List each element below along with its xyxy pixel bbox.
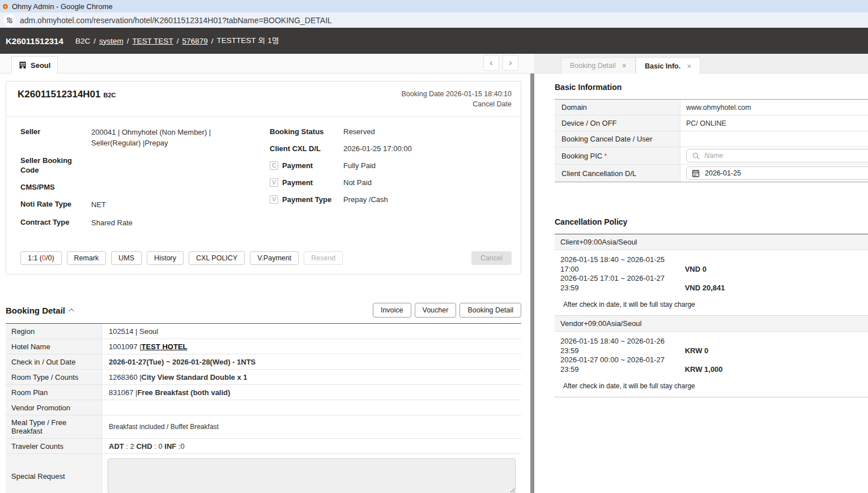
row-value: 2026-01-27(Tue) ~ 2026-01-28(Wed) - 1NTS: [102, 354, 521, 369]
scrollbar-thumb[interactable]: [530, 74, 534, 493]
hotel-name-link[interactable]: TEST HOTEL: [142, 342, 188, 351]
row-label: Booking PIC*: [555, 147, 680, 164]
remark-button[interactable]: Remark: [67, 251, 107, 265]
row-value: 831067 | Free Breakfast (both valid): [102, 385, 521, 400]
row-label: Meal Type / Free Breakfast: [6, 415, 102, 438]
tab-seoul[interactable]: Seoul: [11, 56, 58, 74]
field-label: VPayment Type: [270, 195, 343, 204]
field-label: VPayment: [270, 178, 343, 187]
booking-card-header: K26011512314H01B2C Booking Date 2026-01-…: [6, 82, 521, 117]
policy-range: 2026-01-15 18:40 ~ 2026-01-25 17:00: [560, 255, 683, 274]
field-value: 200041 | Ohmyhotel (Non Member) | Seller…: [91, 127, 261, 148]
required-asterisk: *: [604, 152, 607, 160]
booking-detail-buttons: Invoice Voucher Booking Detail: [373, 303, 521, 318]
policy-section-body: 2026-01-15 18:40 ~ 2026-01-25 17:00 VND …: [555, 250, 868, 308]
field-label: CPayment: [270, 161, 343, 170]
booking-topbar: K26011512314 B2C / system / TEST TEST / …: [0, 28, 868, 54]
table-row-roomplan: Room Plan 831067 | Free Breakfast (both …: [6, 385, 521, 400]
row-value: PC/ ONLINE: [680, 115, 868, 131]
table-row-hotel-name: Hotel Name 1001097 | TEST HOTEL: [6, 339, 521, 354]
seller-column: Seller 200041 | Ohmyhotel (Non Member) |…: [20, 127, 270, 235]
pager-nav: ‹ ›: [483, 55, 518, 71]
cancel-date: Cancel Date: [401, 99, 512, 109]
field-label: Client CXL D/L: [270, 144, 343, 153]
field-client-cxl-dl: Client CXL D/L 2026-01-25 17:00:00: [270, 144, 513, 153]
field-label: Noti Rate Type: [20, 199, 91, 209]
breadcrumb-user-link[interactable]: TEST TEST: [133, 37, 173, 45]
row-label: Check in / Out Date: [6, 354, 102, 369]
row-value: 1268360 | City View Standard Double x 1: [102, 370, 521, 384]
breadcrumb-separator: /: [211, 37, 214, 45]
row-value: [102, 454, 521, 493]
row-label: Vendor Promotion: [6, 400, 102, 415]
policy-amount: KRW 0: [685, 346, 709, 355]
breadcrumb-guest: TESTTEST 외 1명: [216, 36, 279, 46]
breadcrumb-system-link[interactable]: system: [99, 37, 124, 45]
site-settings-icon[interactable]: [3, 14, 15, 26]
ums-button[interactable]: UMS: [111, 251, 142, 265]
voucher-button[interactable]: Voucher: [415, 303, 457, 318]
row-label: Domain: [555, 100, 680, 115]
table-row-domain: Domain www.ohmyhotel.com: [555, 100, 868, 115]
window-titlebar: Ohmy Admin - Google Chrome: [0, 0, 868, 12]
cancellation-policy-box: Client+09:00Asia/Seoul 2026-01-15 18:40 …: [555, 234, 868, 397]
field-label: CMS/PMS: [20, 182, 91, 192]
booking-card-body: Seller 200041 | Ohmyhotel (Non Member) |…: [6, 117, 521, 235]
breadcrumb: B2C / system / TEST TEST / 576879 / TEST…: [75, 36, 279, 46]
vertical-scrollbar[interactable]: [530, 74, 534, 493]
address-bar[interactable]: adm.ohmyhotel.com/reservation/hotel/K260…: [0, 12, 868, 28]
policy-section-header: Client+09:00Asia/Seoul: [555, 234, 868, 250]
basic-info-table: Domain www.ohmyhotel.com Device / On OFF…: [555, 99, 868, 182]
breadcrumb-member-link[interactable]: 576879: [182, 37, 208, 45]
basic-info-content: Basic Information Domain www.ohmyhotel.c…: [534, 74, 868, 397]
vpayment-button[interactable]: V.Payment: [250, 251, 299, 265]
policy-range: 2026-01-27 00:00 ~ 2026-01-27 23:59: [560, 355, 683, 374]
window-title: Ohmy Admin - Google Chrome: [12, 2, 113, 11]
row-label: Room Type / Counts: [6, 370, 102, 384]
field-contract-type: Contract Type Shared Rate: [20, 217, 270, 228]
cxl-policy-button[interactable]: CXL POLICY: [189, 251, 245, 265]
one-to-one-button[interactable]: 1:1 (0/0): [20, 251, 62, 265]
prev-button[interactable]: ‹: [483, 55, 499, 71]
tab-booking-detail[interactable]: Booking Detail ×: [561, 57, 636, 74]
ohmy-favicon-icon: [3, 4, 8, 9]
field-value: Fully Paid: [343, 161, 376, 170]
breadcrumb-separator: /: [93, 37, 96, 45]
client-flag-icon: C: [270, 161, 278, 170]
right-tabstrip: Booking Detail × Basic Info. ×: [534, 54, 868, 74]
tab-basic-info[interactable]: Basic Info. ×: [636, 57, 700, 74]
cancellation-policy-title: Cancellation Policy: [555, 217, 868, 226]
row-label: Hotel Name: [6, 339, 102, 354]
client-cxl-date-input[interactable]: [705, 169, 829, 177]
field-client-payment: CPayment Fully Paid: [270, 161, 513, 170]
basic-information-title: Basic Information: [555, 83, 868, 92]
booking-pic-search-field[interactable]: [686, 149, 868, 162]
next-button[interactable]: ›: [503, 55, 518, 71]
policy-line: 2026-01-15 18:40 ~ 2026-01-26 23:59 KRW …: [560, 337, 862, 355]
booking-detail-button[interactable]: Booking Detail: [459, 303, 521, 318]
history-button[interactable]: History: [147, 251, 184, 265]
booking-date: Booking Date 2026-01-15 18:40:10: [401, 89, 512, 99]
row-value: 102514 | Seoul: [102, 324, 521, 338]
booking-detail-title[interactable]: Booking Detail: [6, 306, 74, 315]
row-label: Client Cancellation D/L: [555, 165, 680, 182]
invoice-button[interactable]: Invoice: [373, 303, 411, 318]
close-icon[interactable]: ×: [622, 61, 627, 70]
special-request-textarea[interactable]: [108, 458, 516, 493]
url-text[interactable]: adm.ohmyhotel.com/reservation/hotel/K260…: [20, 16, 332, 25]
table-row-device: Device / On OFF PC/ ONLINE: [555, 115, 868, 131]
row-label: Booking Cancel Date / User: [555, 131, 680, 147]
field-cms-pms: CMS/PMS: [20, 182, 270, 192]
table-row-checkinout: Check in / Out Date 2026-01-27(Tue) ~ 20…: [6, 354, 521, 370]
booking-dates: Booking Date 2026-01-15 18:40:10 Cancel …: [401, 89, 512, 109]
client-cxl-date-field[interactable]: [686, 166, 868, 180]
left-panel: Seoul ‹ › K26011512314H01B2C Booking Dat…: [0, 54, 534, 493]
table-row-vendor-promotion: Vendor Promotion: [6, 400, 521, 415]
booking-pic-input[interactable]: [704, 152, 840, 160]
breadcrumb-separator: /: [177, 37, 179, 45]
policy-section-header: Vendor+09:00Asia/Seoul: [555, 315, 868, 332]
close-icon[interactable]: ×: [687, 62, 691, 71]
table-row-booking-pic: Booking PIC*: [555, 147, 868, 165]
field-vendor-payment: VPayment Not Paid: [270, 178, 513, 187]
left-scroll-content: K26011512314H01B2C Booking Date 2026-01-…: [0, 74, 530, 493]
